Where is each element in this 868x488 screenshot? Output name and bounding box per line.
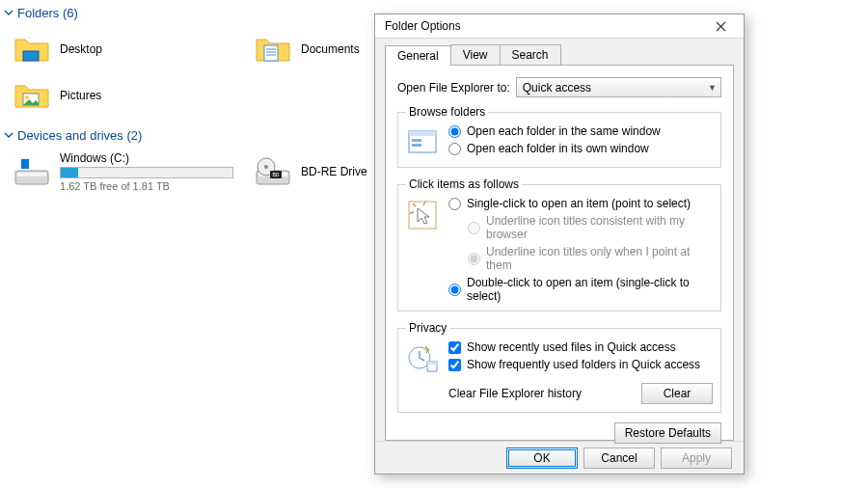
- optical-drive-icon: BD: [255, 155, 291, 188]
- browse-folders-fieldset: Browse folders Open each folder in the s…: [397, 105, 721, 168]
- check-recent-files[interactable]: Show recently used files in Quick access: [448, 340, 700, 354]
- radio-same-window[interactable]: Open each folder in the same window: [448, 124, 661, 138]
- svg-point-14: [264, 165, 268, 169]
- folder-icon: [14, 80, 50, 111]
- cancel-button[interactable]: Cancel: [583, 447, 655, 469]
- chevron-down-icon: ▼: [708, 83, 717, 93]
- open-explorer-to-select[interactable]: Quick access ▼: [516, 77, 721, 97]
- folder-label: Desktop: [60, 42, 102, 56]
- tabs: General View Search: [385, 44, 734, 65]
- dialog-titlebar[interactable]: Folder Options: [375, 14, 744, 39]
- radio-underline-browser: Underline icon titles consistent with my…: [468, 214, 713, 241]
- privacy-fieldset: Privacy Show recently used files in Quic…: [397, 321, 721, 413]
- tab-view[interactable]: View: [450, 44, 501, 65]
- radio-single-click[interactable]: Single-click to open an item (point to s…: [448, 197, 713, 210]
- folder-icon: [14, 34, 50, 65]
- folder-desktop[interactable]: Desktop: [10, 26, 251, 72]
- radio-label: Double-click to open an item (single-cli…: [467, 276, 713, 303]
- drive-capacity-bar: [60, 167, 233, 178]
- drive-c[interactable]: Windows (C:) 1.62 TB free of 1.81 TB: [10, 149, 251, 195]
- radio-label: Open each folder in its own window: [467, 142, 649, 155]
- drive-name: Windows (C:): [60, 151, 233, 165]
- cursor-click-icon: [406, 199, 439, 231]
- radio-underline-point: Underline icon titles only when I point …: [468, 245, 713, 272]
- svg-rect-1: [264, 45, 278, 61]
- svg-text:BD: BD: [273, 172, 280, 177]
- radio-own-window[interactable]: Open each folder in its own window: [448, 142, 661, 155]
- radio-double-click[interactable]: Double-click to open an item (single-cli…: [448, 276, 713, 303]
- svg-rect-20: [412, 144, 421, 147]
- click-items-fieldset: Click items as follows Single-click to o…: [397, 177, 721, 312]
- dialog-footer: OK Cancel Apply: [375, 441, 744, 474]
- chevron-down-icon: [4, 128, 14, 143]
- check-frequent-folders[interactable]: Show frequently used folders in Quick ac…: [448, 358, 700, 371]
- dialog-title: Folder Options: [385, 19, 461, 33]
- dialog-body: General View Search Open File Explorer t…: [375, 39, 744, 441]
- ok-button[interactable]: OK: [506, 447, 578, 469]
- chevron-down-icon: [4, 6, 14, 20]
- check-label: Show frequently used folders in Quick ac…: [467, 358, 700, 371]
- devices-header-label: Devices and drives (2): [17, 128, 142, 143]
- folder-label: Pictures: [60, 89, 101, 102]
- drive-name: BD-RE Drive: [301, 165, 367, 178]
- radio-label: Single-click to open an item (point to s…: [467, 197, 691, 210]
- close-button[interactable]: [703, 14, 738, 38]
- open-explorer-to-row: Open File Explorer to: Quick access ▼: [397, 77, 721, 97]
- close-icon: [716, 21, 726, 32]
- svg-rect-24: [427, 362, 437, 365]
- apply-button[interactable]: Apply: [661, 447, 732, 469]
- folder-pictures[interactable]: Pictures: [10, 72, 251, 119]
- radio-label: Open each folder in the same window: [467, 124, 661, 138]
- svg-rect-18: [409, 131, 436, 136]
- drive-free-label: 1.62 TB free of 1.81 TB: [60, 180, 233, 192]
- restore-defaults-button[interactable]: Restore Defaults: [614, 422, 721, 444]
- folder-options-dialog: Folder Options General View Search Open …: [374, 14, 745, 474]
- window-icon: [406, 126, 439, 159]
- svg-rect-8: [17, 173, 46, 176]
- drive-info: Windows (C:) 1.62 TB free of 1.81 TB: [60, 151, 233, 192]
- disk-drive-icon: [14, 155, 50, 188]
- tab-general[interactable]: General: [385, 45, 451, 66]
- open-explorer-to-label: Open File Explorer to:: [397, 81, 510, 95]
- open-explorer-to-value: Quick access: [523, 81, 591, 95]
- clear-history-button[interactable]: Clear: [641, 383, 713, 404]
- folder-label: Documents: [301, 42, 360, 56]
- privacy-legend: Privacy: [406, 321, 449, 335]
- radio-label: Underline icon titles only when I point …: [486, 245, 713, 272]
- folder-icon: [255, 34, 291, 65]
- folders-header-label: Folders (6): [17, 6, 78, 20]
- clock-history-icon: [406, 342, 439, 375]
- svg-point-6: [25, 95, 29, 99]
- svg-rect-19: [412, 139, 421, 142]
- click-items-legend: Click items as follows: [406, 177, 522, 191]
- browse-folders-legend: Browse folders: [406, 105, 488, 119]
- svg-rect-10: [15, 159, 21, 169]
- check-label: Show recently used files in Quick access: [467, 340, 676, 354]
- tab-panel-general: Open File Explorer to: Quick access ▼ Br…: [385, 65, 734, 441]
- clear-history-label: Clear File Explorer history: [448, 387, 582, 400]
- radio-label: Underline icon titles consistent with my…: [486, 214, 713, 241]
- svg-rect-0: [23, 51, 39, 61]
- tab-search[interactable]: Search: [500, 44, 561, 65]
